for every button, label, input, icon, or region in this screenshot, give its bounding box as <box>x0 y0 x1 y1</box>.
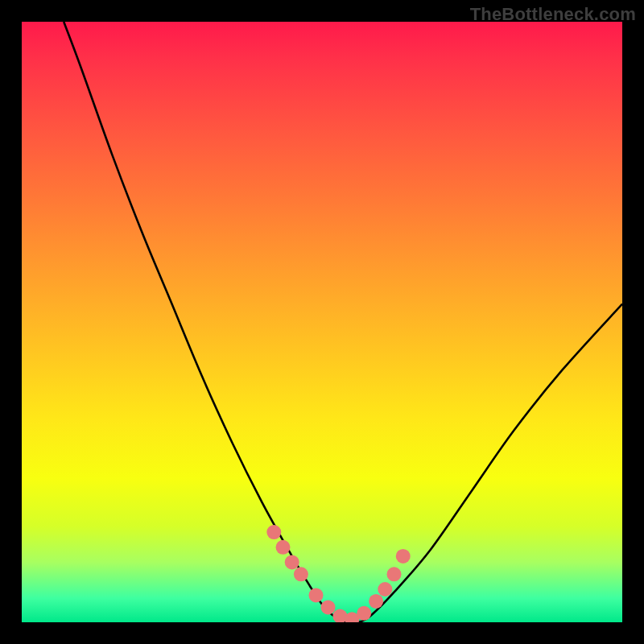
highlight-dot <box>387 567 402 581</box>
highlight-dot <box>396 549 411 564</box>
chart-overlay <box>22 22 622 622</box>
watermark-text: TheBottleneck.com <box>470 4 636 25</box>
highlight-dot <box>266 525 281 539</box>
bottleneck-curve <box>64 22 622 622</box>
highlight-dot <box>294 567 308 581</box>
highlight-dot <box>378 582 392 597</box>
highlight-dot-group <box>266 525 410 622</box>
highlight-dot <box>357 606 371 621</box>
highlight-dot <box>276 540 291 555</box>
chart-frame <box>22 22 622 622</box>
highlight-dot <box>321 600 336 614</box>
highlight-dot <box>309 588 324 602</box>
highlight-dot <box>369 594 383 609</box>
highlight-dot <box>285 555 299 569</box>
